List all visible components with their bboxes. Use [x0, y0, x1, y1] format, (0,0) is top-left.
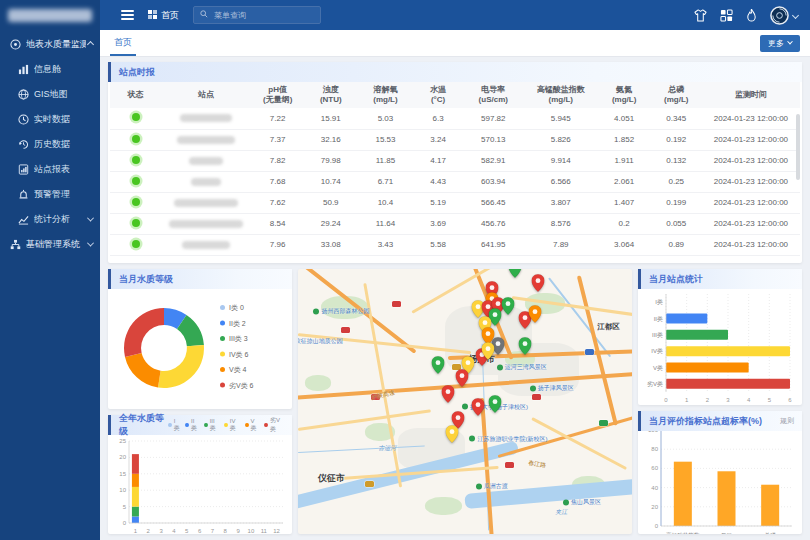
- map-marker-red[interactable]: [532, 274, 545, 296]
- sidebar-item-label: GIS地图: [34, 88, 93, 101]
- sidebar-item-0[interactable]: 地表水质量监测系统: [0, 32, 100, 57]
- route-shield: [365, 481, 374, 487]
- rules-link[interactable]: 规则: [780, 416, 794, 426]
- cell-value: 11.64: [357, 213, 413, 234]
- cell-value: 5.19: [414, 192, 463, 213]
- menu-search[interactable]: [193, 6, 321, 24]
- avatar: [770, 6, 789, 25]
- cell-value: 2024-01-23 12:00:00: [702, 129, 800, 150]
- map-marker-green[interactable]: [432, 356, 445, 378]
- cell-value: 2024-01-23 12:00:00: [702, 234, 800, 255]
- donut-svg: I类 0II类 2III类 3IV类 6V类 4劣V类 6: [112, 295, 288, 403]
- theme-skin-icon[interactable]: [694, 9, 707, 22]
- menu-toggle-icon[interactable]: [112, 10, 142, 20]
- sidebar-item-6[interactable]: 预警管理: [0, 182, 100, 207]
- sidebar-item-label: 信息舱: [34, 63, 93, 76]
- month-grade-panel: 当月水质等级 I类 0II类 2III类 3IV类 6V类 4劣V类 6: [108, 269, 292, 409]
- main-content: 站点时报 状态站点pH值(无量纲)浊度(NTU)溶解氧(mg/L)水温(°C)电…: [100, 57, 810, 540]
- sidebar-item-label: 实时数据: [34, 113, 93, 126]
- svg-text:60: 60: [651, 465, 658, 471]
- sidebar-item-label: 站点报表: [34, 163, 93, 176]
- route-shield: [585, 349, 594, 355]
- station-stats-chart: 0123456I类II类III类IV类V类劣V类: [638, 289, 802, 405]
- poi-label: 江苏旅游职业学院(新校区): [469, 434, 547, 443]
- sidebar-item-7[interactable]: 统计分析: [0, 207, 100, 232]
- sidebar-menu: 地表水质量监测系统信息舱GIS地图实时数据历史数据站点报表预警管理统计分析基础管…: [0, 32, 100, 257]
- cell-value: 2.061: [598, 171, 651, 192]
- map-marker-red[interactable]: [472, 398, 485, 420]
- map-marker-orange[interactable]: [529, 305, 542, 327]
- cell-value: 2024-01-23 12:00:00: [702, 171, 800, 192]
- flame-icon[interactable]: [746, 9, 757, 22]
- map-marker-yellow[interactable]: [445, 425, 458, 447]
- map-marker-green[interactable]: [509, 269, 522, 282]
- map-marker-red[interactable]: [455, 369, 468, 391]
- year-grade-chart: 0510152025123456789101112: [108, 435, 292, 534]
- column-header: 总磷(mg/L): [651, 82, 702, 108]
- svg-text:80: 80: [651, 446, 658, 452]
- sidebar-item-4[interactable]: 历史数据: [0, 132, 100, 157]
- search-input[interactable]: [212, 10, 302, 21]
- svg-text:2: 2: [147, 528, 151, 534]
- cell-value: 5.945: [524, 108, 598, 129]
- cell-value: 1.852: [598, 129, 651, 150]
- sidebar-item-1[interactable]: 信息舱: [0, 57, 100, 82]
- svg-text:II类: II类: [654, 316, 663, 322]
- cell-value: 582.91: [463, 150, 524, 171]
- map-marker-green[interactable]: [502, 297, 515, 319]
- exceed-rate-chart: 020406080100高锰酸盐指数氨氮总磷: [638, 431, 802, 534]
- map-marker-yellow[interactable]: [482, 342, 495, 364]
- svg-text:0: 0: [655, 523, 659, 529]
- cell-value: 8.576: [524, 213, 598, 234]
- user-menu[interactable]: [770, 6, 798, 25]
- realtime-icon: [17, 114, 29, 126]
- water-label: 古运河: [378, 444, 396, 453]
- cell-value: 4.051: [598, 108, 651, 129]
- sidebar-item-3[interactable]: 实时数据: [0, 107, 100, 132]
- poi-label: 扬州西部森林公园: [313, 307, 369, 316]
- layout-size-icon[interactable]: [720, 9, 733, 22]
- sidebar-item-5[interactable]: 站点报表: [0, 157, 100, 182]
- map-marker-green[interactable]: [519, 337, 532, 359]
- cell-value: 5.58: [414, 234, 463, 255]
- station-name-blurred: [177, 136, 235, 144]
- sidebar-item-8[interactable]: 基础管理系统: [0, 232, 100, 257]
- panel-title-station-report: 站点时报: [108, 62, 802, 82]
- app-logo-blurred: [8, 9, 92, 22]
- breadcrumb[interactable]: 首页: [148, 9, 179, 22]
- cell-value: 641.95: [463, 234, 524, 255]
- column-header: 监测时间: [702, 82, 800, 108]
- cell-value: 0.192: [651, 129, 702, 150]
- map-marker-red[interactable]: [442, 385, 455, 407]
- cell-value: 2024-01-23 12:00:00: [702, 213, 800, 234]
- svg-text:I类: I类: [655, 299, 663, 305]
- more-button[interactable]: 更多: [760, 35, 800, 52]
- road-segment: [298, 409, 430, 430]
- sidebar-item-label: 历史数据: [34, 138, 93, 151]
- cell-value: 456.76: [463, 213, 524, 234]
- svg-text:100: 100: [648, 431, 659, 433]
- cell-value: 3.064: [598, 234, 651, 255]
- svg-text:20: 20: [651, 503, 658, 509]
- cell-value: 5.03: [357, 108, 413, 129]
- cell-value: 1.407: [598, 192, 651, 213]
- station-map[interactable]: 扬州市仪征市江都区扬州西部森林公园仪征捺山地质公园运河三湾风景区扬子津风景区扬州…: [298, 269, 632, 534]
- cell-value: 10.4: [357, 192, 413, 213]
- poi-label: 运河三湾风景区: [497, 363, 547, 372]
- station-report-panel: 站点时报 状态站点pH值(无量纲)浊度(NTU)溶解氧(mg/L)水温(°C)电…: [108, 62, 802, 263]
- cell-value: 5.826: [524, 129, 598, 150]
- station-name-blurred: [191, 178, 221, 186]
- sidebar-item-2[interactable]: GIS地图: [0, 82, 100, 107]
- column-header: 氨氮(mg/L): [598, 82, 651, 108]
- table-scrollbar[interactable]: [796, 114, 800, 180]
- svg-text:氨氮: 氨氮: [721, 532, 733, 535]
- year-grade-legend: I类II类III类IV类V类劣V类: [168, 416, 284, 434]
- poi-label: 扬子津风景区: [530, 384, 574, 393]
- city-label: 江都区: [597, 322, 620, 332]
- cell-value: 0.199: [651, 192, 702, 213]
- tab-home[interactable]: 首页: [110, 30, 136, 56]
- svg-text:1: 1: [134, 528, 138, 534]
- station-table-wrap: 状态站点pH值(无量纲)浊度(NTU)溶解氧(mg/L)水温(°C)电导率(uS…: [108, 82, 802, 263]
- table-row: 7.6250.910.45.19566.453.8071.4070.199202…: [110, 192, 800, 213]
- map-marker-green[interactable]: [489, 395, 502, 417]
